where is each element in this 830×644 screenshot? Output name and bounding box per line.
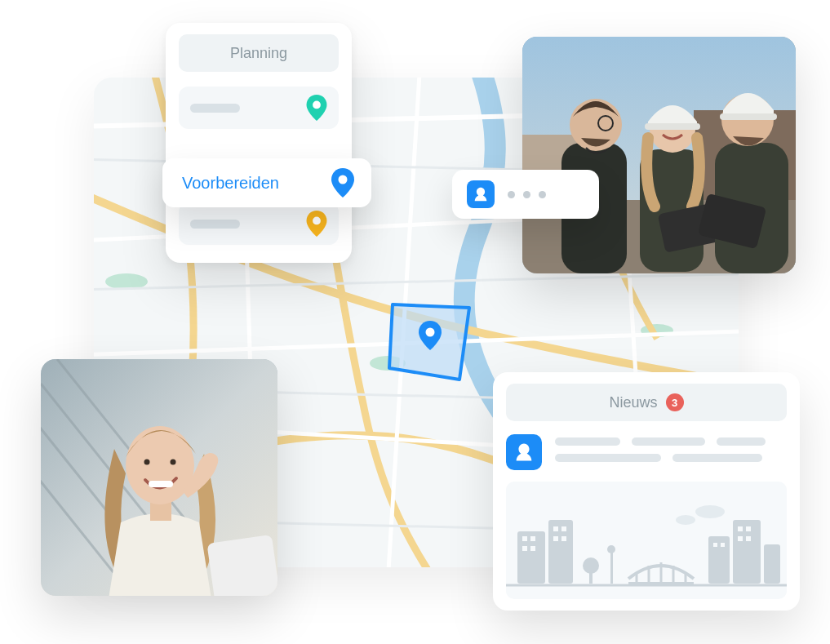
svg-point-70 [676,515,695,525]
planning-item-2[interactable] [179,202,339,245]
placeholder-line [190,220,240,229]
planning-card: Planning Voorbereiden [166,23,352,263]
svg-rect-63 [746,526,751,531]
svg-point-35 [144,460,150,465]
news-badge: 3 [666,393,684,411]
photo-workers [522,37,796,273]
news-title: Nieuws [609,394,657,411]
svg-rect-62 [738,526,743,531]
placeholder-line [632,437,705,446]
news-card: Nieuws 3 [493,372,800,611]
svg-rect-66 [713,543,717,547]
news-post[interactable] [506,434,787,470]
svg-rect-48 [561,536,566,541]
news-header: Nieuws 3 [506,384,787,421]
svg-rect-65 [746,536,751,541]
svg-rect-50 [589,569,593,584]
placeholder-line [555,454,661,462]
svg-rect-61 [764,544,780,584]
svg-rect-37 [206,535,277,596]
svg-rect-45 [553,526,558,531]
typing-indicator-card [452,170,599,219]
svg-point-10 [339,175,348,184]
svg-rect-34 [149,481,173,487]
pin-icon [306,211,327,237]
svg-rect-67 [721,543,725,547]
placeholder-line [672,454,762,462]
planning-cta[interactable]: Voorbereiden [162,158,371,207]
planning-cta-label: Voorbereiden [182,174,279,193]
svg-rect-59 [708,536,730,584]
planning-title: Planning [179,34,339,72]
svg-point-11 [313,217,321,225]
svg-point-8 [426,328,435,337]
svg-rect-51 [610,551,613,584]
svg-rect-41 [522,536,527,541]
svg-rect-46 [561,526,566,531]
planning-item-1[interactable] [179,87,339,129]
avatar-icon [467,180,495,208]
placeholder-line [555,437,620,446]
placeholder-line [717,437,766,446]
svg-rect-25 [720,113,777,120]
svg-rect-40 [548,520,573,584]
svg-rect-64 [738,536,743,541]
svg-point-36 [171,460,176,465]
svg-point-52 [607,545,615,553]
pin-icon [331,168,355,198]
placeholder-line [190,104,240,113]
svg-point-9 [313,101,321,109]
avatar-icon [506,434,542,470]
svg-rect-42 [530,536,535,541]
news-illustration [506,482,787,599]
svg-rect-43 [522,546,527,551]
svg-rect-21 [645,123,700,130]
svg-point-69 [695,505,725,518]
pin-icon [306,95,327,121]
svg-rect-47 [553,536,558,541]
photo-woman-phone [41,359,277,596]
typing-dots-icon [508,191,546,198]
svg-rect-44 [530,546,535,551]
